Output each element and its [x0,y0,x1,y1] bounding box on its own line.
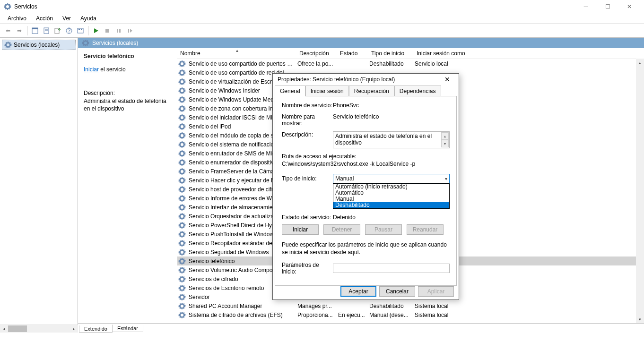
lbl-path: Ruta de acceso al ejecutable: [282,153,450,160]
gear-icon [178,105,186,112]
tab-recuperacion[interactable]: Recuperación [349,86,394,96]
dialog-tabs: General Iniciar sesión Recuperación Depe… [273,85,459,96]
val-svc-name: PhoneSvc [333,102,450,109]
maximize-button[interactable]: ☐ [597,0,618,13]
scroll-up-icon[interactable]: ▴ [636,59,644,67]
col-state[interactable]: Estado [337,48,368,59]
tool-details-icon[interactable] [30,26,40,36]
start-type-select[interactable]: Manual ▾ Automático (inicio retrasado) A… [333,174,450,183]
ok-button[interactable]: Aceptar [340,286,376,297]
tool-props-icon[interactable] [41,26,52,36]
gear-icon [178,302,186,310]
tab-general[interactable]: General [275,86,305,96]
detail-pane: Servicio telefónico Iniciar el servicio … [78,48,177,323]
menu-ver[interactable]: Ver [58,14,76,23]
detener-button: Detener [323,224,360,235]
tree-pane: Servicios (locales) [0,38,78,333]
gear-icon [178,123,186,130]
gear-icon [178,231,186,238]
detail-service-name: Servicio telefónico [84,53,172,60]
gear-icon [178,168,186,175]
cell-start: Deshabilitado [368,60,414,67]
gear-icon [178,293,186,301]
app-icon [4,3,11,10]
dialog-footer: Aceptar Cancelar Aplicar [273,286,459,299]
gear-icon [178,150,186,157]
param-note: Puede especificar los parámetros de inic… [282,241,450,256]
pause-service-icon[interactable] [113,26,124,36]
tree-item-services-local[interactable]: Servicios (locales) [2,40,76,50]
cell-start: Manual (dese... [368,312,414,318]
window-titlebar: Servicios ─ ☐ ✕ [0,0,644,13]
tab-iniciar-sesion[interactable]: Iniciar sesión [305,86,349,96]
reanudar-button: Reanudar [407,224,444,235]
tab-standard[interactable]: Estándar [112,325,143,332]
vertical-scrollbar[interactable]: ▴ ▾ [636,59,644,323]
forward-button[interactable]: ➡ [14,26,25,36]
gear-icon [178,213,186,220]
horizontal-scrollbar[interactable]: ◂ ▸ [0,325,78,333]
bottom-tabs: Extendido Estándar [78,323,644,333]
scroll-up-icon[interactable]: ▴ [441,132,449,140]
separator [88,26,88,35]
val-path: C:\windows\system32\svchost.exe -k Local… [282,161,450,167]
dialog-close-icon[interactable]: ✕ [441,74,454,85]
tool-help-icon[interactable]: ? [64,26,74,36]
dialog-titlebar[interactable]: Propiedades: Servicio telefónico (Equipo… [273,74,459,85]
lbl-svc-name: Nombre de servicio: [282,102,333,109]
apply-button: Aplicar [418,286,454,297]
col-name[interactable]: ▴ Nombre [177,48,296,59]
cell-desc: Proporciona... [296,312,337,318]
start-service-icon[interactable] [91,26,101,36]
val-disp-name: Servicio telefónico [333,113,450,120]
gear-icon [178,204,186,211]
cell-logon: Servicio local [414,60,489,67]
close-button[interactable]: ✕ [618,0,640,13]
gear-icon [4,41,12,49]
menu-archivo[interactable]: Archivo [3,14,31,23]
iniciar-button[interactable]: Iniciar [282,224,319,235]
val-svc-state: Detenido [333,214,450,221]
menu-ayuda[interactable]: Ayuda [76,14,101,23]
service-row[interactable]: Sistema de cifrado de archivos (EFS) Pro… [177,310,644,319]
gear-icon [178,96,186,103]
toolbar: ⬅ ➡ ? [0,24,644,38]
cell-name: Sistema de cifrado de archivos (EFS) [188,312,296,318]
tab-extended[interactable]: Extendido [79,325,113,333]
back-button[interactable]: ⬅ [3,26,13,36]
scroll-down-icon[interactable]: ▾ [636,315,644,323]
opt-disabled[interactable]: Deshabilitado [333,202,449,208]
tab-dependencias[interactable]: Dependencias [394,86,441,96]
pausar-button: Pausar [365,224,402,235]
scroll-down-icon[interactable]: ▾ [441,140,449,147]
scroll-thumb[interactable] [8,325,27,332]
svg-rect-11 [105,29,109,33]
gear-icon [178,248,186,256]
restart-service-icon[interactable] [125,26,135,36]
gear-icon [178,222,186,229]
cancel-button[interactable]: Cancelar [379,286,415,297]
minimize-button[interactable]: ─ [575,0,597,13]
svg-rect-1 [32,28,38,29]
start-link[interactable]: Iniciar [84,66,99,73]
desc-textbox[interactable]: Administra el estado de telefonía en el … [333,131,450,148]
service-row[interactable]: Shared PC Account Manager Manages pr... … [177,301,644,310]
col-description[interactable]: Descripción [296,48,337,59]
col-logon[interactable]: Iniciar sesión como [414,48,489,59]
params-input[interactable] [333,264,450,273]
svg-rect-9 [78,29,80,30]
dialog-body: Nombre de servicio: PhoneSvc Nombre para… [275,96,457,286]
gear-icon [178,60,186,68]
stop-service-icon[interactable] [102,26,113,36]
tool-refresh-icon[interactable] [75,26,86,36]
scroll-right-icon[interactable]: ▸ [70,325,78,333]
menu-accion[interactable]: Acción [31,14,58,23]
col-start-type[interactable]: Tipo de inicio [368,48,414,59]
cell-logon: Sistema local [414,303,489,309]
lbl-start-type: Tipo de inicio: [282,175,333,182]
cell-desc: Manages pr... [296,303,337,309]
service-row[interactable]: Servicio de uso compartido de puertos N.… [177,59,644,68]
scroll-left-icon[interactable]: ◂ [0,325,8,333]
tool-export-icon[interactable] [52,26,63,36]
gear-icon [178,275,186,283]
